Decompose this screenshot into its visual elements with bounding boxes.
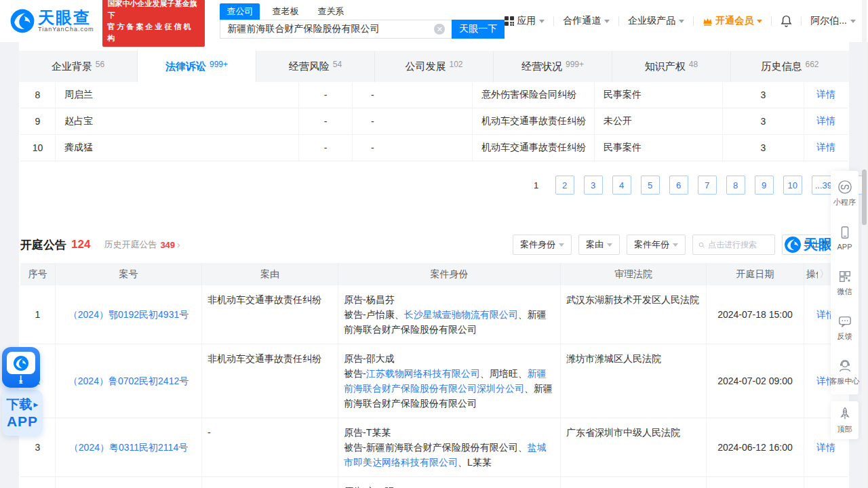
section-title: 开庭公告 xyxy=(20,237,66,253)
chevron-down-icon xyxy=(604,20,610,26)
party-text: 被告-新疆前海联合财产保险股份有限公司、 xyxy=(344,442,528,453)
party-text: 、L某某 xyxy=(458,457,492,468)
page-button[interactable]: 9 xyxy=(755,176,774,195)
case-number-link[interactable]: （2024）鲁0702民初2412号 xyxy=(68,373,189,388)
clear-search-icon[interactable]: ✕ xyxy=(434,24,445,35)
row-number: 10 xyxy=(20,135,56,161)
case-count: 3 xyxy=(723,135,804,161)
user-menu[interactable]: 阿尔伯... xyxy=(810,15,856,27)
tab-intellectual-property[interactable]: 知识产权48 xyxy=(612,51,730,82)
case-cause: 非机动车交通事故责任纠纷 xyxy=(202,344,338,418)
hearing-table-header: 序号 案号 案由 案件身份 审理法院 开庭日期 操作 〉 xyxy=(20,263,848,285)
case-number-link[interactable]: （2024）粤0311民初2114号 xyxy=(69,440,188,455)
tab-operation-status[interactable]: 经营状况999+ xyxy=(493,51,612,82)
feedback-button[interactable]: 反馈 xyxy=(831,305,859,350)
tab-company-background[interactable]: 企业背景56 xyxy=(19,51,137,82)
party-company-link[interactable]: 长沙星城壹驰物流有限公司 xyxy=(404,309,518,320)
row-number: 9 xyxy=(20,108,56,134)
hearing-row: 3 （2024）粤0311民初2114号 - 原告-T某某被告-新疆前海联合财产… xyxy=(20,418,848,477)
nav-partner[interactable]: 合作通道 xyxy=(563,15,610,27)
table-row: 9 赵占宝 - - 机动车交通事故责任纠纷 未公开 3 详情 xyxy=(20,108,848,135)
pagination: 1 2 3 4 5 6 7 8 9 10 ...39 › xyxy=(20,176,848,195)
tab-legal-litigation[interactable]: 法律诉讼999+ xyxy=(137,51,256,82)
detail-link[interactable]: 详情 xyxy=(816,115,835,127)
chevron-down-icon xyxy=(607,243,612,249)
badge-line2: 官方备案企业征信机构 xyxy=(108,21,200,44)
search-tab-company[interactable]: 查公司 xyxy=(220,3,260,20)
official-badge: 国家中小企业发展子基金旗下 官方备案企业征信机构 xyxy=(102,0,205,47)
table-row: 10 龚成猛 - - 机动车交通事故责任纠纷 民事案件 3 详情 xyxy=(20,135,848,161)
case-type: 未公开 xyxy=(595,108,723,134)
app-button[interactable]: APP xyxy=(831,216,859,260)
party-company-link[interactable]: 江苏载物网络科技有限公司 xyxy=(366,368,480,379)
history-hearing-link[interactable]: 历史开庭公告349› xyxy=(104,239,180,251)
page-button[interactable]: 10 xyxy=(783,176,802,195)
case-cause: 机动车交通事故责任纠纷 xyxy=(473,108,595,134)
case-cause: 非机动车交通事故责任纠纷 xyxy=(202,285,338,344)
table-row: 8 周启兰 - - 意外伤害保险合同纠纷 民事案件 3 详情 xyxy=(20,82,848,108)
party-text: 被告-卢怡康、 xyxy=(344,309,404,320)
detail-link[interactable]: 详情 xyxy=(816,440,835,455)
page-button[interactable]: 3 xyxy=(584,176,603,195)
search-input[interactable] xyxy=(220,20,452,39)
hearing-row: 1 （2024）鄂0192民初4931号 非机动车交通事故责任纠纷 原告-杨昌芬… xyxy=(20,285,848,344)
page-button[interactable]: 8 xyxy=(726,176,745,195)
hearing-table: 序号 案号 案由 案件身份 审理法院 开庭日期 操作 〉 1 （2024）鄂01… xyxy=(20,263,848,488)
hearing-section-header: 开庭公告 124 历史开庭公告349› 案件身份 案由 案件年份 xyxy=(20,234,848,256)
tab-operation-risk[interactable]: 经营风险54 xyxy=(256,51,374,82)
case-cause: 意外伤害保险合同纠纷 xyxy=(473,82,595,108)
party-text: 原告-邵大成 xyxy=(344,353,395,364)
scrollbar-track[interactable] xyxy=(862,0,867,488)
filter-case-year[interactable]: 案件年份 xyxy=(627,235,686,255)
search-tabs: 查公司 查老板 查关系 xyxy=(220,4,505,20)
case-parties: 原告-邵大成被告-江苏载物网络科技有限公司、周培旺、新疆前海联合财产保险股份有限… xyxy=(338,344,561,418)
tianyancha-logo[interactable]: 天眼查 TianYanCha.com xyxy=(9,8,94,34)
customer-service-button[interactable]: 客服中心 xyxy=(831,350,859,394)
nav-apps[interactable]: 应用 xyxy=(505,15,545,27)
hearing-date: 2024-07-02 09:00 xyxy=(707,344,804,418)
filter-case-cause[interactable]: 案由 xyxy=(578,235,620,255)
section-tabstrip: 企业背景56 法律诉讼999+ 经营风险54 公司发展102 经营状况999+ … xyxy=(19,51,849,82)
court-name: 潍坊市潍城区人民法院 xyxy=(561,344,707,418)
nav-vip-member[interactable]: 开通会员 xyxy=(703,15,762,27)
detail-link[interactable]: 详情 xyxy=(816,142,835,154)
download-arrow-icon: ⭳ xyxy=(17,375,26,384)
brand-name: 天眼查 xyxy=(38,9,94,26)
mini-program-button[interactable]: 小程序 xyxy=(831,171,859,216)
wechat-qr-button[interactable]: 微信 xyxy=(831,260,859,305)
case-cause: 机动车交通事故责任纠纷 xyxy=(473,135,595,161)
page-button[interactable]: 5 xyxy=(641,176,660,195)
download-app-icon[interactable]: ⭳ xyxy=(2,347,40,388)
hearing-date: 2024-07-18 15:00 xyxy=(707,285,804,344)
right-rail: 小程序 APP 微信 反馈 客服中心 xyxy=(831,171,859,394)
badge-line1: 国家中小企业发展子基金旗下 xyxy=(108,0,200,21)
detail-link[interactable]: 详情 xyxy=(816,89,835,101)
page-button[interactable]: 2 xyxy=(555,176,574,195)
nav-enterprise[interactable]: 企业级产品 xyxy=(628,15,684,27)
scroll-right-icon[interactable]: 〉 xyxy=(819,268,829,281)
tab-history-info[interactable]: 历史信息662 xyxy=(730,51,849,82)
tab-company-development[interactable]: 公司发展102 xyxy=(374,51,493,82)
search-icon xyxy=(698,241,705,249)
hearing-search-input[interactable] xyxy=(708,240,769,249)
filter-case-identity[interactable]: 案件身份 xyxy=(513,235,572,255)
case-parties: 原告-辛云强 xyxy=(338,477,561,488)
scrollbar-thumb[interactable] xyxy=(862,169,867,225)
notifications-bell-icon[interactable] xyxy=(781,15,792,27)
play-icon: ▶ xyxy=(34,401,39,408)
download-app-bubble[interactable]: 下载▶ APP xyxy=(2,390,43,436)
page-button[interactable]: 7 xyxy=(698,176,717,195)
search-tab-boss[interactable]: 查老板 xyxy=(265,3,305,20)
back-to-top[interactable]: 顶部 xyxy=(831,401,859,439)
tianyancha-swirl-icon xyxy=(9,8,35,34)
page-button[interactable]: 4 xyxy=(612,176,631,195)
search-button[interactable]: 天眼一下 xyxy=(452,20,505,39)
hearing-search-box[interactable] xyxy=(692,235,775,255)
case-cause: - xyxy=(202,418,338,476)
search-tab-relation[interactable]: 查关系 xyxy=(311,3,351,20)
case-number-link[interactable]: （2024）鄂0192民初4931号 xyxy=(68,307,189,322)
chevron-down-icon xyxy=(679,20,684,26)
tianyancha-swirl-icon xyxy=(13,355,29,371)
chevron-down-icon xyxy=(559,243,564,249)
page-button[interactable]: 6 xyxy=(669,176,688,195)
